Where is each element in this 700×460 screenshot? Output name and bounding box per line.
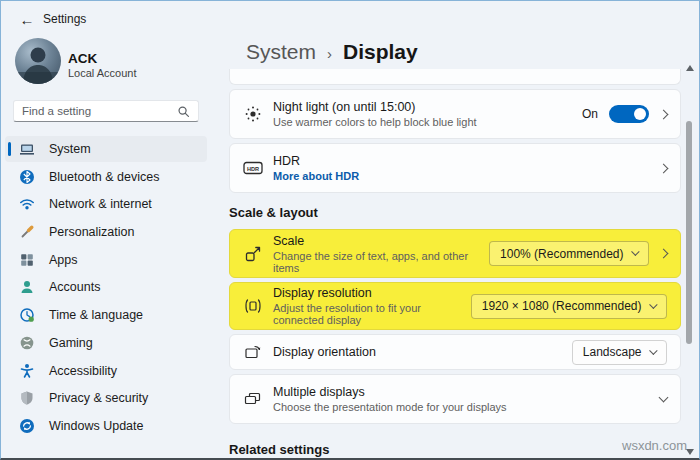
display-resolution-dropdown[interactable]: 1920 × 1080 (Recommended) — [471, 294, 667, 319]
hdr-icon: HDR — [239, 159, 267, 177]
display-resolution-title: Display resolution — [273, 286, 471, 300]
display-orientation-dropdown[interactable]: Landscape — [572, 340, 667, 365]
partial-card-top — [229, 69, 681, 85]
search-placeholder: Find a setting — [22, 105, 177, 117]
scrollbar-down-arrow[interactable] — [686, 449, 694, 455]
display-orientation-row[interactable]: Display orientation Landscape — [229, 334, 681, 370]
sidebar-item-personalization[interactable]: Personalization — [5, 219, 207, 245]
apps-icon — [19, 252, 35, 268]
scrollbar-thumb[interactable] — [686, 121, 692, 344]
bluetooth-icon — [19, 169, 35, 185]
sidebar-item-label: Privacy & security — [49, 391, 148, 405]
display-resolution-icon — [239, 297, 267, 315]
night-light-icon — [239, 105, 267, 123]
scale-title: Scale — [273, 234, 489, 248]
toggle-state-label: On — [582, 107, 598, 121]
search-input[interactable]: Find a setting — [13, 100, 199, 122]
display-resolution-subtitle: Adjust the resolution to fit your connec… — [273, 302, 471, 326]
chevron-down-icon — [631, 248, 639, 256]
privacy-shield-icon — [19, 390, 35, 406]
system-icon — [19, 141, 35, 157]
sidebar-item-apps[interactable]: Apps — [5, 247, 207, 273]
section-related-settings: Related settings — [229, 442, 329, 457]
network-icon — [19, 196, 35, 212]
sidebar-item-label: Accessibility — [49, 364, 117, 378]
sidebar-item-label: Apps — [49, 253, 78, 267]
sidebar-item-label: Time & language — [49, 308, 143, 322]
night-light-subtitle: Use warmer colors to help block blue lig… — [273, 116, 582, 128]
user-account-type: Local Account — [68, 67, 137, 79]
sidebar-item-label: Personalization — [49, 225, 134, 239]
chevron-right-icon[interactable] — [659, 249, 669, 259]
sidebar-item-label: Accounts — [49, 280, 100, 294]
sidebar-item-network-internet[interactable]: Network & internet — [5, 191, 207, 217]
avatar[interactable] — [15, 38, 61, 84]
sidebar-item-label: System — [49, 142, 91, 156]
chevron-down-icon — [649, 301, 657, 309]
sidebar-item-privacy-security[interactable]: Privacy & security — [5, 385, 207, 411]
user-name: ACK — [68, 51, 97, 66]
sidebar: System Bluetooth & devices Network & int… — [5, 136, 207, 439]
search-icon — [177, 105, 190, 118]
night-light-row[interactable]: Night light (on until 15:00) Use warmer … — [229, 89, 681, 139]
sidebar-item-label: Network & internet — [49, 197, 152, 211]
display-orientation-title: Display orientation — [273, 345, 572, 359]
breadcrumb: System › Display — [246, 40, 418, 64]
chevron-right-icon[interactable] — [659, 109, 669, 119]
chevron-right-icon[interactable] — [659, 163, 669, 173]
night-light-toggle[interactable] — [609, 105, 649, 123]
night-light-title: Night light (on until 15:00) — [273, 100, 582, 114]
windows-update-icon — [19, 418, 35, 434]
scale-dropdown-value: 100% (Recommended) — [500, 247, 623, 261]
sidebar-item-gaming[interactable]: Gaming — [5, 330, 207, 356]
display-orientation-value: Landscape — [583, 345, 642, 359]
settings-window: ← Settings ACK Local Account Find a sett… — [0, 0, 700, 460]
multiple-displays-row[interactable]: Multiple displays Choose the presentatio… — [229, 374, 681, 424]
scale-icon — [239, 245, 267, 263]
chevron-down-icon[interactable] — [659, 393, 669, 403]
sidebar-item-accounts[interactable]: Accounts — [5, 274, 207, 300]
display-resolution-row[interactable]: Display resolution Adjust the resolution… — [229, 282, 681, 330]
page-title: Display — [343, 40, 418, 64]
sidebar-item-label: Bluetooth & devices — [49, 170, 160, 184]
breadcrumb-separator-icon: › — [327, 45, 332, 62]
watermark: wsxdn.com — [622, 438, 687, 453]
scale-subtitle: Change the size of text, apps, and other… — [273, 250, 489, 274]
svg-text:HDR: HDR — [247, 166, 259, 172]
sidebar-item-windows-update[interactable]: Windows Update — [5, 413, 207, 439]
sidebar-item-accessibility[interactable]: Accessibility — [5, 358, 207, 384]
accounts-icon — [19, 279, 35, 295]
sidebar-item-bluetooth-devices[interactable]: Bluetooth & devices — [5, 164, 207, 190]
sidebar-item-label: Gaming — [49, 336, 93, 350]
multiple-displays-title: Multiple displays — [273, 385, 660, 399]
accessibility-icon — [19, 363, 35, 379]
scale-dropdown[interactable]: 100% (Recommended) — [489, 241, 649, 266]
display-orientation-icon — [239, 343, 267, 361]
display-resolution-value: 1920 × 1080 (Recommended) — [482, 299, 642, 313]
chevron-down-icon — [649, 347, 657, 355]
sidebar-item-time-language[interactable]: Time & language — [5, 302, 207, 328]
scrollbar-up-arrow[interactable] — [686, 65, 694, 71]
app-title: Settings — [43, 12, 86, 26]
hdr-more-link[interactable]: More about HDR — [273, 170, 660, 182]
personalization-icon — [19, 224, 35, 240]
sidebar-item-system[interactable]: System — [5, 136, 207, 162]
scale-row[interactable]: Scale Change the size of text, apps, and… — [229, 229, 681, 278]
section-scale-layout: Scale & layout — [229, 205, 318, 220]
breadcrumb-parent[interactable]: System — [246, 40, 316, 64]
gaming-icon — [19, 335, 35, 351]
multiple-displays-icon — [239, 390, 267, 408]
back-button[interactable]: ← — [17, 9, 37, 29]
sidebar-item-label: Windows Update — [49, 419, 144, 433]
time-language-icon — [19, 307, 35, 323]
hdr-row[interactable]: HDR HDR More about HDR — [229, 143, 681, 193]
multiple-displays-subtitle: Choose the presentation mode for your di… — [273, 401, 660, 413]
selected-indicator — [8, 142, 11, 156]
avatar-silhouette — [15, 38, 61, 84]
hdr-title: HDR — [273, 154, 660, 168]
